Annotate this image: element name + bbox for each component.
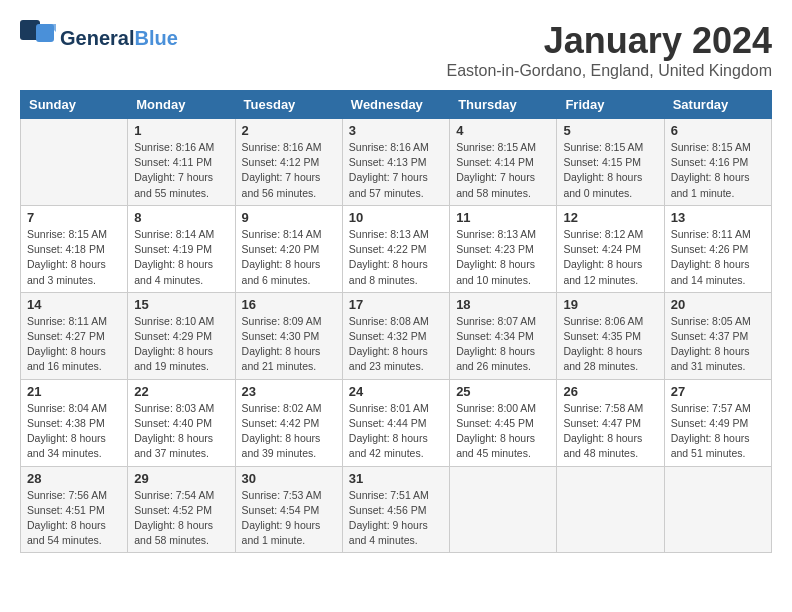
day-cell: 12Sunrise: 8:12 AMSunset: 4:24 PMDayligh…: [557, 205, 664, 292]
header-cell-tuesday: Tuesday: [235, 91, 342, 119]
day-cell: 4Sunrise: 8:15 AMSunset: 4:14 PMDaylight…: [450, 119, 557, 206]
header-cell-thursday: Thursday: [450, 91, 557, 119]
day-number: 20: [671, 297, 765, 312]
day-info: Sunrise: 8:06 AMSunset: 4:35 PMDaylight:…: [563, 314, 657, 375]
day-info: Sunrise: 8:16 AMSunset: 4:12 PMDaylight:…: [242, 140, 336, 201]
day-number: 27: [671, 384, 765, 399]
day-cell: 29Sunrise: 7:54 AMSunset: 4:52 PMDayligh…: [128, 466, 235, 553]
logo-text: GeneralBlue: [60, 27, 178, 49]
day-cell: 7Sunrise: 8:15 AMSunset: 4:18 PMDaylight…: [21, 205, 128, 292]
day-cell: 28Sunrise: 7:56 AMSunset: 4:51 PMDayligh…: [21, 466, 128, 553]
day-number: 24: [349, 384, 443, 399]
header-cell-wednesday: Wednesday: [342, 91, 449, 119]
day-cell: [557, 466, 664, 553]
day-number: 28: [27, 471, 121, 486]
day-number: 7: [27, 210, 121, 225]
day-info: Sunrise: 8:08 AMSunset: 4:32 PMDaylight:…: [349, 314, 443, 375]
day-info: Sunrise: 8:14 AMSunset: 4:19 PMDaylight:…: [134, 227, 228, 288]
day-cell: 11Sunrise: 8:13 AMSunset: 4:23 PMDayligh…: [450, 205, 557, 292]
day-cell: 19Sunrise: 8:06 AMSunset: 4:35 PMDayligh…: [557, 292, 664, 379]
day-number: 6: [671, 123, 765, 138]
day-info: Sunrise: 7:57 AMSunset: 4:49 PMDaylight:…: [671, 401, 765, 462]
calendar-table: SundayMondayTuesdayWednesdayThursdayFrid…: [20, 90, 772, 553]
day-cell: 9Sunrise: 8:14 AMSunset: 4:20 PMDaylight…: [235, 205, 342, 292]
day-cell: 6Sunrise: 8:15 AMSunset: 4:16 PMDaylight…: [664, 119, 771, 206]
day-number: 29: [134, 471, 228, 486]
day-number: 18: [456, 297, 550, 312]
day-cell: 27Sunrise: 7:57 AMSunset: 4:49 PMDayligh…: [664, 379, 771, 466]
day-info: Sunrise: 8:14 AMSunset: 4:20 PMDaylight:…: [242, 227, 336, 288]
day-number: 4: [456, 123, 550, 138]
day-number: 25: [456, 384, 550, 399]
day-cell: 23Sunrise: 8:02 AMSunset: 4:42 PMDayligh…: [235, 379, 342, 466]
day-cell: 22Sunrise: 8:03 AMSunset: 4:40 PMDayligh…: [128, 379, 235, 466]
header-cell-sunday: Sunday: [21, 91, 128, 119]
day-info: Sunrise: 8:13 AMSunset: 4:22 PMDaylight:…: [349, 227, 443, 288]
day-cell: 10Sunrise: 8:13 AMSunset: 4:22 PMDayligh…: [342, 205, 449, 292]
header-cell-monday: Monday: [128, 91, 235, 119]
week-row-3: 14Sunrise: 8:11 AMSunset: 4:27 PMDayligh…: [21, 292, 772, 379]
day-number: 23: [242, 384, 336, 399]
day-info: Sunrise: 8:11 AMSunset: 4:27 PMDaylight:…: [27, 314, 121, 375]
day-info: Sunrise: 8:10 AMSunset: 4:29 PMDaylight:…: [134, 314, 228, 375]
day-cell: [664, 466, 771, 553]
day-info: Sunrise: 7:58 AMSunset: 4:47 PMDaylight:…: [563, 401, 657, 462]
day-info: Sunrise: 8:16 AMSunset: 4:11 PMDaylight:…: [134, 140, 228, 201]
day-number: 30: [242, 471, 336, 486]
day-info: Sunrise: 8:15 AMSunset: 4:16 PMDaylight:…: [671, 140, 765, 201]
day-cell: 14Sunrise: 8:11 AMSunset: 4:27 PMDayligh…: [21, 292, 128, 379]
page-header: GeneralBlue January 2024 Easton-in-Gorda…: [20, 20, 772, 80]
day-info: Sunrise: 8:00 AMSunset: 4:45 PMDaylight:…: [456, 401, 550, 462]
day-cell: 24Sunrise: 8:01 AMSunset: 4:44 PMDayligh…: [342, 379, 449, 466]
header-cell-saturday: Saturday: [664, 91, 771, 119]
day-info: Sunrise: 8:15 AMSunset: 4:18 PMDaylight:…: [27, 227, 121, 288]
day-info: Sunrise: 8:09 AMSunset: 4:30 PMDaylight:…: [242, 314, 336, 375]
day-cell: 5Sunrise: 8:15 AMSunset: 4:15 PMDaylight…: [557, 119, 664, 206]
day-info: Sunrise: 7:54 AMSunset: 4:52 PMDaylight:…: [134, 488, 228, 549]
day-info: Sunrise: 8:04 AMSunset: 4:38 PMDaylight:…: [27, 401, 121, 462]
day-info: Sunrise: 8:03 AMSunset: 4:40 PMDaylight:…: [134, 401, 228, 462]
day-number: 2: [242, 123, 336, 138]
day-info: Sunrise: 8:13 AMSunset: 4:23 PMDaylight:…: [456, 227, 550, 288]
day-info: Sunrise: 7:51 AMSunset: 4:56 PMDaylight:…: [349, 488, 443, 549]
day-cell: 13Sunrise: 8:11 AMSunset: 4:26 PMDayligh…: [664, 205, 771, 292]
day-number: 1: [134, 123, 228, 138]
day-number: 17: [349, 297, 443, 312]
day-number: 26: [563, 384, 657, 399]
title-area: January 2024 Easton-in-Gordano, England,…: [446, 20, 772, 80]
week-row-1: 1Sunrise: 8:16 AMSunset: 4:11 PMDaylight…: [21, 119, 772, 206]
day-cell: [21, 119, 128, 206]
day-cell: 3Sunrise: 8:16 AMSunset: 4:13 PMDaylight…: [342, 119, 449, 206]
day-cell: 17Sunrise: 8:08 AMSunset: 4:32 PMDayligh…: [342, 292, 449, 379]
day-cell: [450, 466, 557, 553]
day-cell: 25Sunrise: 8:00 AMSunset: 4:45 PMDayligh…: [450, 379, 557, 466]
day-cell: 31Sunrise: 7:51 AMSunset: 4:56 PMDayligh…: [342, 466, 449, 553]
day-cell: 2Sunrise: 8:16 AMSunset: 4:12 PMDaylight…: [235, 119, 342, 206]
logo: GeneralBlue: [20, 20, 178, 56]
day-number: 3: [349, 123, 443, 138]
day-info: Sunrise: 8:02 AMSunset: 4:42 PMDaylight:…: [242, 401, 336, 462]
day-cell: 21Sunrise: 8:04 AMSunset: 4:38 PMDayligh…: [21, 379, 128, 466]
day-cell: 16Sunrise: 8:09 AMSunset: 4:30 PMDayligh…: [235, 292, 342, 379]
day-info: Sunrise: 7:53 AMSunset: 4:54 PMDaylight:…: [242, 488, 336, 549]
day-info: Sunrise: 8:15 AMSunset: 4:14 PMDaylight:…: [456, 140, 550, 201]
day-number: 11: [456, 210, 550, 225]
day-cell: 15Sunrise: 8:10 AMSunset: 4:29 PMDayligh…: [128, 292, 235, 379]
day-number: 16: [242, 297, 336, 312]
header-row: SundayMondayTuesdayWednesdayThursdayFrid…: [21, 91, 772, 119]
day-number: 14: [27, 297, 121, 312]
week-row-4: 21Sunrise: 8:04 AMSunset: 4:38 PMDayligh…: [21, 379, 772, 466]
day-info: Sunrise: 8:11 AMSunset: 4:26 PMDaylight:…: [671, 227, 765, 288]
day-info: Sunrise: 8:16 AMSunset: 4:13 PMDaylight:…: [349, 140, 443, 201]
calendar-title: January 2024: [446, 20, 772, 62]
day-number: 5: [563, 123, 657, 138]
day-number: 31: [349, 471, 443, 486]
day-cell: 1Sunrise: 8:16 AMSunset: 4:11 PMDaylight…: [128, 119, 235, 206]
day-number: 12: [563, 210, 657, 225]
day-number: 10: [349, 210, 443, 225]
day-cell: 18Sunrise: 8:07 AMSunset: 4:34 PMDayligh…: [450, 292, 557, 379]
day-number: 15: [134, 297, 228, 312]
day-number: 19: [563, 297, 657, 312]
day-cell: 30Sunrise: 7:53 AMSunset: 4:54 PMDayligh…: [235, 466, 342, 553]
day-number: 13: [671, 210, 765, 225]
